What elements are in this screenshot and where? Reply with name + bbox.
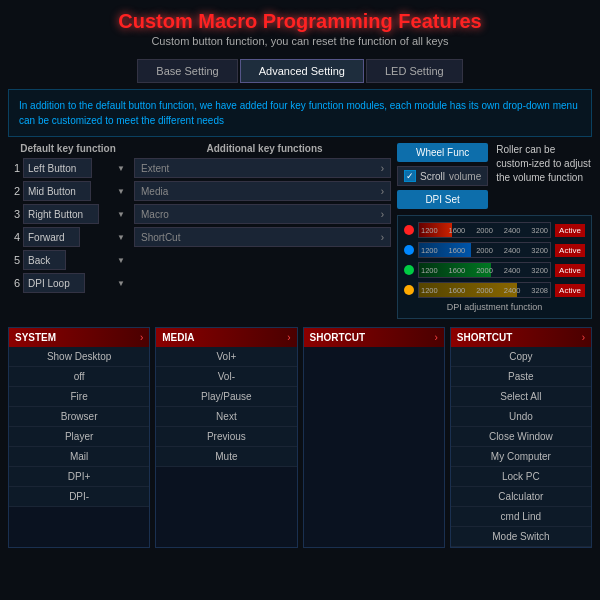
key-row-2: 2 Mid Button [8,181,128,201]
scroll-checkbox[interactable]: ✓ [404,170,416,182]
macro-item-lock-pc[interactable]: Lock PC [451,467,591,487]
macro-item-browser[interactable]: Browser [9,407,149,427]
macro-item-dpi-minus[interactable]: DPI- [9,487,149,507]
key-rows: 1 Left Button 2 Mid Button 3 [8,158,391,296]
dpi-section: 12001600200024003200 Active 120016002000… [397,215,592,319]
shortcut-arrow: › [381,232,384,243]
key-row-3: 3 Right Button [8,204,128,224]
app-container: Custom Macro Programming Features Custom… [0,0,600,548]
dpi-led-3 [404,265,414,275]
tab-advanced-setting[interactable]: Advanced Setting [240,59,364,83]
dpi-set-btn[interactable]: DPI Set [397,190,488,209]
key-select-wrapper-4: Forward [23,227,128,247]
additional-key-header: Additional key functions [138,143,391,154]
key-num-4: 4 [8,231,20,243]
dpi-labels-2: 12001600200024003200 [419,246,550,255]
dpi-active-1: Active [555,224,585,237]
dpi-row-3: 12001600200024003200 Active [404,262,585,278]
macro-item-paste[interactable]: Paste [451,367,591,387]
volume-label: volume [449,171,481,182]
extent-arrow: › [381,163,384,174]
macro-header-system-label: SYSTEM [15,332,56,343]
media-btn[interactable]: Media › [134,181,391,201]
wheel-func-btn[interactable]: Wheel Func [397,143,488,162]
key-row-1: 1 Left Button [8,158,128,178]
additional-keys: Extent › Media › Macro › ShortCut [134,158,391,296]
media-arrow: › [381,186,384,197]
dpi-slider-1[interactable]: 12001600200024003200 [418,222,551,238]
macro-col-shortcut-full: SHORTCUT › Copy Paste Select All Undo Cl… [450,327,592,548]
key-select-5[interactable]: Back [23,250,66,270]
dpi-row-1: 12001600200024003200 Active [404,222,585,238]
shortcut-label: ShortCut [141,232,180,243]
default-key-header: Default key function [8,143,128,154]
dpi-active-2: Active [555,244,585,257]
macro-item-calculator[interactable]: Calculator [451,487,591,507]
dpi-caption: DPI adjustment function [404,302,585,312]
macro-header-system[interactable]: SYSTEM › [9,328,149,347]
macro-col-system: SYSTEM › Show Desktop off Fire Browser P… [8,327,150,548]
macro-item-off[interactable]: off [9,367,149,387]
macro-btn[interactable]: Macro › [134,204,391,224]
roller-controls: Wheel Func ✓ Scroll volume DPI Set [397,143,488,209]
macro-item-undo[interactable]: Undo [451,407,591,427]
key-select-wrapper-3: Right Button [23,204,128,224]
key-num-6: 6 [8,277,20,289]
macro-item-vol-plus[interactable]: Vol+ [156,347,296,367]
shortcut-btn[interactable]: ShortCut › [134,227,391,247]
macro-item-fire[interactable]: Fire [9,387,149,407]
dpi-led-2 [404,245,414,255]
scroll-row: ✓ Scroll volume [397,166,488,186]
key-select-3[interactable]: Right Button [23,204,99,224]
dpi-led-4 [404,285,414,295]
key-select-1[interactable]: Left Button [23,158,92,178]
bottom-section: SYSTEM › Show Desktop off Fire Browser P… [8,327,592,548]
tab-bar: Base Setting Advanced Setting LED Settin… [0,59,600,83]
macro-item-copy[interactable]: Copy [451,347,591,367]
macro-header-shortcut-full[interactable]: SHORTCUT › [451,328,591,347]
macro-item-mode-switch[interactable]: Mode Switch [451,527,591,547]
extent-btn[interactable]: Extent › [134,158,391,178]
key-row-5: 5 Back [8,250,128,270]
tab-base-setting[interactable]: Base Setting [137,59,237,83]
key-select-4[interactable]: Forward [23,227,80,247]
key-select-2[interactable]: Mid Button [23,181,91,201]
macro-shortcut-full-arrow: › [582,332,585,343]
dpi-slider-4[interactable]: 12001600200024003208 [418,282,551,298]
macro-item-play-pause[interactable]: Play/Pause [156,387,296,407]
key-row-6: 6 DPI Loop [8,273,128,293]
key-select-wrapper-5: Back [23,250,128,270]
macro-item-cmd-lind[interactable]: cmd Lind [451,507,591,527]
macro-header-media[interactable]: MEDIA › [156,328,296,347]
macro-item-previous[interactable]: Previous [156,427,296,447]
dpi-slider-3[interactable]: 12001600200024003200 [418,262,551,278]
key-select-wrapper-1: Left Button [23,158,128,178]
macro-item-vol-minus[interactable]: Vol- [156,367,296,387]
media-label: Media [141,186,168,197]
macro-item-my-computer[interactable]: My Computer [451,447,591,467]
key-select-6[interactable]: DPI Loop [23,273,85,293]
macro-header-shortcut-empty[interactable]: SHORTCUT › [304,328,444,347]
dpi-slider-2[interactable]: 12001600200024003200 [418,242,551,258]
macro-item-dpi-plus[interactable]: DPI+ [9,467,149,487]
macro-label: Macro [141,209,169,220]
tab-led-setting[interactable]: LED Setting [366,59,463,83]
page-subtitle: Custom button function, you can reset th… [0,35,600,47]
section-headers: Default key function Additional key func… [8,143,391,154]
macro-item-select-all[interactable]: Select All [451,387,591,407]
dpi-labels-1: 12001600200024003200 [419,226,550,235]
macro-item-next[interactable]: Next [156,407,296,427]
key-select-wrapper-2: Mid Button [23,181,128,201]
macro-item-close-window[interactable]: Close Window [451,427,591,447]
macro-item-show-desktop[interactable]: Show Desktop [9,347,149,367]
dpi-active-3: Active [555,264,585,277]
macro-item-player[interactable]: Player [9,427,149,447]
macro-item-mail[interactable]: Mail [9,447,149,467]
roller-section: Wheel Func ✓ Scroll volume DPI Set Rolle… [397,143,592,319]
top-section: Default key function Additional key func… [8,143,592,319]
key-num-1: 1 [8,162,20,174]
macro-arrow: › [381,209,384,220]
header: Custom Macro Programming Features Custom… [0,0,600,51]
macro-item-mute[interactable]: Mute [156,447,296,467]
macro-col-shortcut-empty: SHORTCUT › [303,327,445,548]
